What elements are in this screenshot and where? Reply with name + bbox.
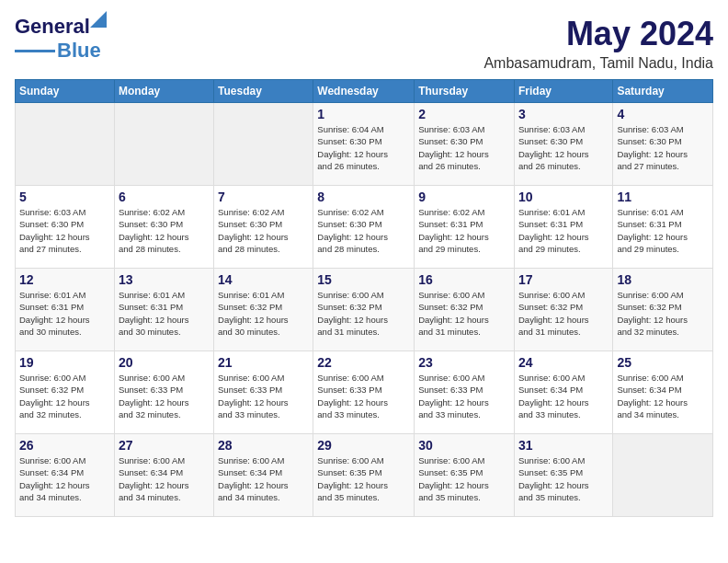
logo-general: General (15, 15, 90, 38)
day-number: 25 (617, 355, 709, 370)
day-info: Sunrise: 6:00 AMSunset: 6:33 PMDaylight:… (218, 372, 309, 420)
day-number: 22 (317, 355, 410, 370)
day-info: Sunrise: 6:00 AMSunset: 6:35 PMDaylight:… (317, 454, 410, 503)
day-header-tuesday: Tuesday (214, 80, 313, 103)
day-number: 31 (518, 438, 609, 453)
day-number: 18 (617, 272, 709, 287)
calendar-week-row: 12Sunrise: 6:01 AMSunset: 6:31 PMDayligh… (16, 269, 713, 351)
calendar-cell: 13Sunrise: 6:01 AMSunset: 6:31 PMDayligh… (114, 269, 213, 351)
day-number: 23 (418, 355, 510, 370)
day-info: Sunrise: 6:00 AMSunset: 6:34 PMDaylight:… (19, 454, 110, 503)
day-header-monday: Monday (114, 80, 213, 103)
svg-marker-0 (90, 11, 107, 28)
calendar-cell: 12Sunrise: 6:01 AMSunset: 6:31 PMDayligh… (16, 269, 115, 351)
day-info: Sunrise: 6:01 AMSunset: 6:31 PMDaylight:… (119, 289, 210, 338)
calendar-cell: 7Sunrise: 6:02 AMSunset: 6:30 PMDaylight… (214, 186, 313, 269)
calendar-cell: 21Sunrise: 6:00 AMSunset: 6:33 PMDayligh… (214, 351, 313, 434)
calendar-cell: 9Sunrise: 6:02 AMSunset: 6:31 PMDaylight… (415, 186, 515, 269)
calendar-cell (16, 103, 115, 186)
calendar-cell: 17Sunrise: 6:00 AMSunset: 6:32 PMDayligh… (514, 269, 612, 351)
calendar-cell: 11Sunrise: 6:01 AMSunset: 6:31 PMDayligh… (613, 186, 713, 269)
day-info: Sunrise: 6:00 AMSunset: 6:35 PMDaylight:… (418, 454, 510, 503)
title-block: May 2024 Ambasamudram, Tamil Nadu, India (483, 15, 713, 72)
day-info: Sunrise: 6:00 AMSunset: 6:32 PMDaylight:… (19, 372, 110, 420)
calendar-cell: 8Sunrise: 6:02 AMSunset: 6:30 PMDaylight… (313, 186, 415, 269)
day-number: 3 (518, 107, 609, 121)
day-number: 1 (317, 107, 410, 121)
day-number: 7 (218, 190, 309, 204)
day-info: Sunrise: 6:00 AMSunset: 6:32 PMDaylight:… (317, 289, 410, 338)
day-number: 24 (518, 355, 609, 370)
calendar-cell: 1Sunrise: 6:04 AMSunset: 6:30 PMDaylight… (313, 103, 415, 186)
day-number: 8 (317, 190, 410, 204)
day-header-saturday: Saturday (613, 80, 713, 103)
location-subtitle: Ambasamudram, Tamil Nadu, India (483, 55, 713, 72)
day-info: Sunrise: 6:02 AMSunset: 6:30 PMDaylight:… (218, 206, 309, 255)
day-number: 15 (317, 272, 410, 287)
day-info: Sunrise: 6:02 AMSunset: 6:30 PMDaylight:… (317, 206, 410, 255)
day-number: 13 (119, 272, 210, 287)
day-number: 9 (418, 190, 510, 204)
day-header-sunday: Sunday (16, 80, 115, 103)
calendar-cell: 18Sunrise: 6:00 AMSunset: 6:32 PMDayligh… (613, 269, 713, 351)
day-header-wednesday: Wednesday (313, 80, 415, 103)
calendar-cell: 25Sunrise: 6:00 AMSunset: 6:34 PMDayligh… (613, 351, 713, 434)
day-info: Sunrise: 6:00 AMSunset: 6:33 PMDaylight:… (119, 372, 210, 420)
calendar-cell: 26Sunrise: 6:00 AMSunset: 6:34 PMDayligh… (16, 434, 115, 517)
day-number: 11 (617, 190, 709, 204)
day-info: Sunrise: 6:00 AMSunset: 6:33 PMDaylight:… (418, 372, 510, 420)
calendar-cell: 30Sunrise: 6:00 AMSunset: 6:35 PMDayligh… (415, 434, 515, 517)
day-number: 2 (418, 107, 510, 121)
day-info: Sunrise: 6:00 AMSunset: 6:32 PMDaylight:… (418, 289, 510, 338)
calendar-cell (613, 434, 713, 517)
calendar-cell: 22Sunrise: 6:00 AMSunset: 6:33 PMDayligh… (313, 351, 415, 434)
day-number: 26 (19, 438, 110, 453)
day-info: Sunrise: 6:01 AMSunset: 6:31 PMDaylight:… (518, 206, 609, 255)
calendar-cell: 2Sunrise: 6:03 AMSunset: 6:30 PMDaylight… (415, 103, 515, 186)
logo-icon (90, 11, 107, 28)
calendar-cell (214, 103, 313, 186)
calendar-cell: 5Sunrise: 6:03 AMSunset: 6:30 PMDaylight… (16, 186, 115, 269)
calendar-cell: 31Sunrise: 6:00 AMSunset: 6:35 PMDayligh… (514, 434, 612, 517)
calendar-cell: 6Sunrise: 6:02 AMSunset: 6:30 PMDaylight… (114, 186, 213, 269)
day-info: Sunrise: 6:00 AMSunset: 6:35 PMDaylight:… (518, 454, 609, 503)
page-header: General Blue May 2024 Ambasamudram, Tami… (15, 15, 713, 72)
calendar-cell: 16Sunrise: 6:00 AMSunset: 6:32 PMDayligh… (415, 269, 515, 351)
calendar-cell: 23Sunrise: 6:00 AMSunset: 6:33 PMDayligh… (415, 351, 515, 434)
day-info: Sunrise: 6:01 AMSunset: 6:32 PMDaylight:… (218, 289, 309, 338)
calendar-week-row: 26Sunrise: 6:00 AMSunset: 6:34 PMDayligh… (16, 434, 713, 517)
day-number: 28 (218, 438, 309, 453)
day-info: Sunrise: 6:01 AMSunset: 6:31 PMDaylight:… (19, 289, 110, 338)
day-header-thursday: Thursday (415, 80, 515, 103)
day-info: Sunrise: 6:00 AMSunset: 6:34 PMDaylight:… (218, 454, 309, 503)
day-number: 10 (518, 190, 609, 204)
calendar-cell: 27Sunrise: 6:00 AMSunset: 6:34 PMDayligh… (114, 434, 213, 517)
day-number: 29 (317, 438, 410, 453)
day-number: 16 (418, 272, 510, 287)
day-number: 5 (19, 190, 110, 204)
day-info: Sunrise: 6:00 AMSunset: 6:33 PMDaylight:… (317, 372, 410, 420)
month-year-title: May 2024 (483, 15, 713, 53)
day-number: 6 (119, 190, 210, 204)
day-number: 21 (218, 355, 309, 370)
calendar-header-row: SundayMondayTuesdayWednesdayThursdayFrid… (16, 80, 713, 103)
calendar-cell (114, 103, 213, 186)
day-info: Sunrise: 6:03 AMSunset: 6:30 PMDaylight:… (418, 123, 510, 172)
day-number: 20 (119, 355, 210, 370)
day-info: Sunrise: 6:03 AMSunset: 6:30 PMDaylight:… (518, 123, 609, 172)
calendar-cell: 4Sunrise: 6:03 AMSunset: 6:30 PMDaylight… (613, 103, 713, 186)
calendar-cell: 20Sunrise: 6:00 AMSunset: 6:33 PMDayligh… (114, 351, 213, 434)
day-info: Sunrise: 6:03 AMSunset: 6:30 PMDaylight:… (617, 123, 709, 172)
day-info: Sunrise: 6:00 AMSunset: 6:34 PMDaylight:… (119, 454, 210, 503)
day-number: 14 (218, 272, 309, 287)
day-header-friday: Friday (514, 80, 612, 103)
logo-blue: Blue (57, 39, 101, 63)
day-info: Sunrise: 6:00 AMSunset: 6:32 PMDaylight:… (518, 289, 609, 338)
calendar-cell: 10Sunrise: 6:01 AMSunset: 6:31 PMDayligh… (514, 186, 612, 269)
calendar-cell: 24Sunrise: 6:00 AMSunset: 6:34 PMDayligh… (514, 351, 612, 434)
day-number: 4 (617, 107, 709, 121)
day-info: Sunrise: 6:03 AMSunset: 6:30 PMDaylight:… (19, 206, 110, 255)
day-info: Sunrise: 6:02 AMSunset: 6:31 PMDaylight:… (418, 206, 510, 255)
calendar-cell: 3Sunrise: 6:03 AMSunset: 6:30 PMDaylight… (514, 103, 612, 186)
day-info: Sunrise: 6:01 AMSunset: 6:31 PMDaylight:… (617, 206, 709, 255)
